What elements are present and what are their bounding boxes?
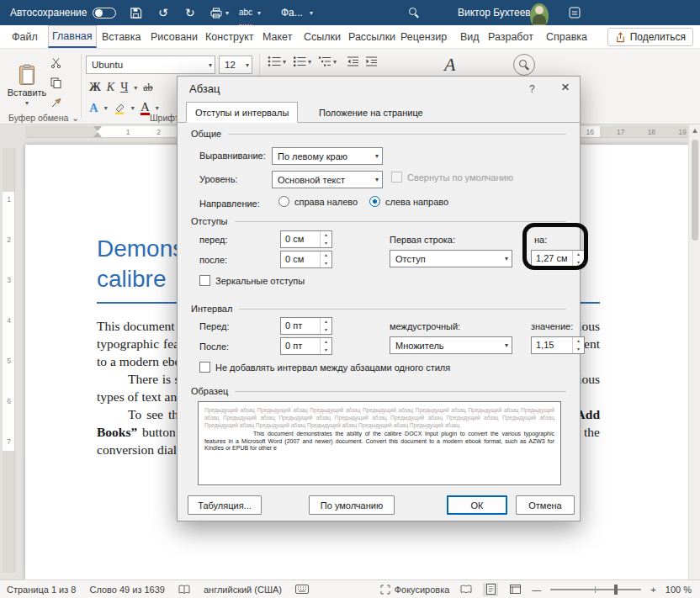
spin-up-icon[interactable]: ▴ (321, 231, 331, 240)
highlight-button[interactable] (114, 103, 125, 114)
zoom-level[interactable]: 100 % (666, 585, 692, 595)
slider-thumb[interactable] (614, 585, 618, 595)
set-default-button[interactable]: По умолчанию (309, 495, 395, 515)
indent-before-spinner[interactable]: 0 см ▴▾ (280, 230, 332, 248)
cancel-button[interactable]: Отмена (516, 495, 575, 515)
tab-references[interactable]: Ссылки (300, 25, 344, 48)
spacing-after-spinner[interactable]: 0 пт ▴▾ (280, 337, 332, 355)
bullets-button[interactable]: ▾ (268, 56, 286, 67)
font-color-button[interactable]: А (141, 102, 150, 115)
tabs-button[interactable]: Табуляция... (188, 495, 262, 515)
share-button[interactable]: Поделиться (607, 28, 693, 46)
find-icon[interactable] (513, 54, 535, 76)
spin-down-icon[interactable]: ▾ (321, 347, 331, 355)
alignment-select[interactable]: По левому краю ▾ (272, 147, 383, 165)
dialog-launcher-icon[interactable]: ⌄ (72, 113, 79, 123)
chevron-down-icon[interactable]: ▾ (156, 104, 159, 112)
font-size-select[interactable]: 12 ▾ (219, 56, 252, 74)
hanging-indent-marker[interactable] (93, 132, 102, 137)
format-painter-icon[interactable] (50, 98, 61, 108)
scroll-up-icon[interactable] (692, 129, 697, 133)
zoom-out-button[interactable]: — (532, 585, 541, 595)
chevron-down-icon[interactable]: ▾ (134, 84, 137, 92)
help-icon[interactable]: ? (529, 83, 535, 95)
vertical-ruler[interactable]: 1234567 (3, 148, 15, 573)
editor-icon[interactable]: А (444, 54, 455, 76)
text-effects-button[interactable]: А (89, 101, 98, 115)
close-icon[interactable]: × (556, 78, 575, 97)
chevron-down-icon[interactable]: ▾ (131, 104, 135, 112)
spin-up-icon[interactable]: ▴ (321, 338, 331, 347)
spin-up-icon[interactable]: ▴ (321, 251, 331, 260)
tab-design[interactable]: Конструкт (202, 25, 257, 48)
save-icon[interactable] (130, 0, 142, 25)
page-indicator[interactable]: Страница 1 из 8 (7, 585, 76, 595)
document-title[interactable]: Фа... (281, 0, 303, 25)
first-line-select[interactable]: Отступ ▾ (390, 250, 512, 267)
web-layout-button[interactable] (507, 583, 522, 596)
bold-button[interactable]: Ж (89, 81, 101, 94)
tab-layout[interactable]: Макет (259, 25, 295, 48)
mirror-indents-checkbox[interactable]: Зеркальные отступы (199, 275, 305, 286)
proofing-icon[interactable] (178, 585, 190, 595)
spin-down-icon[interactable]: ▾ (321, 240, 331, 248)
spellcheck-icon[interactable]: abc (239, 0, 252, 25)
copy-icon[interactable] (50, 77, 61, 88)
word-count[interactable]: Слово 49 из 1639 (89, 585, 165, 595)
tab-review[interactable]: Рецензир (397, 25, 450, 48)
line-spacing-select[interactable]: Множитель ▾ (390, 336, 512, 354)
multilevel-list-button[interactable]: ▾ (318, 56, 337, 67)
spin-up-icon[interactable]: ▴ (573, 251, 584, 259)
spin-down-icon[interactable]: ▾ (321, 260, 331, 268)
print-layout-button[interactable] (483, 583, 498, 596)
tab-file[interactable]: Файл (8, 25, 41, 48)
increase-indent-button[interactable] (365, 56, 378, 67)
zoom-in-button[interactable]: + (650, 585, 655, 595)
vertical-scrollbar[interactable] (688, 124, 700, 579)
tab-home[interactable]: Главная (48, 25, 97, 48)
ok-button[interactable]: ОК (447, 495, 507, 515)
underline-button[interactable]: Ч (120, 81, 128, 94)
chevron-down-icon[interactable]: ▾ (257, 0, 261, 25)
keyboard-icon[interactable] (295, 585, 309, 594)
print-icon[interactable] (210, 0, 222, 25)
read-mode-button[interactable] (459, 583, 474, 596)
cut-icon[interactable] (50, 57, 61, 68)
ribbon-options-icon[interactable] (569, 0, 581, 25)
font-name-select[interactable]: Ubuntu ▾ (86, 56, 215, 74)
line-spacing-at-spinner[interactable]: 1,15 ▴▾ (531, 336, 585, 354)
tab-developer[interactable]: Разработ (485, 25, 537, 48)
chevron-down-icon[interactable]: ▾ (225, 0, 229, 25)
search-icon[interactable] (409, 8, 419, 18)
indent-after-spinner[interactable]: 0 см ▴▾ (280, 251, 332, 268)
tab-indents-spacing[interactable]: Отступы и интервалы (186, 102, 298, 123)
ltr-radio[interactable]: слева направо (369, 196, 448, 207)
spin-up-icon[interactable]: ▴ (573, 337, 584, 346)
outline-level-select[interactable]: Основной текст ▾ (272, 171, 383, 188)
language-indicator[interactable]: английский (США) (204, 585, 282, 595)
first-line-indent-marker[interactable] (93, 126, 102, 131)
tab-insert[interactable]: Вставка (98, 25, 144, 48)
collapsed-by-default-checkbox[interactable]: Свернуты по умолчанию (391, 172, 513, 183)
tab-line-page-breaks[interactable]: Положение на странице (310, 102, 432, 123)
spin-down-icon[interactable]: ▾ (573, 346, 584, 354)
redo-icon[interactable]: ↻ (185, 0, 195, 25)
spin-down-icon[interactable]: ▾ (321, 326, 331, 335)
chevron-down-icon[interactable]: ▾ (310, 0, 313, 25)
strikethrough-button[interactable]: ab (143, 82, 152, 94)
spin-up-icon[interactable]: ▴ (321, 318, 331, 326)
rtl-radio[interactable]: справа налево (278, 196, 358, 207)
tab-mailings[interactable]: Рассылки (345, 25, 399, 48)
paste-button[interactable]: Вставить ▾ (7, 53, 47, 117)
autosave-toggle[interactable] (93, 0, 116, 25)
spacing-before-spinner[interactable]: 0 пт ▴▾ (280, 317, 332, 335)
chevron-down-icon[interactable]: ▾ (104, 104, 108, 112)
italic-button[interactable]: К (107, 81, 114, 94)
no-space-same-style-checkbox[interactable]: Не добавлять интервал между абзацами одн… (199, 362, 450, 373)
focus-mode-button[interactable]: Фокусировка (380, 585, 450, 595)
tab-help[interactable]: Справка (543, 25, 591, 48)
zoom-slider[interactable] (550, 584, 641, 595)
scrollbar-thumb[interactable] (692, 140, 698, 241)
tab-view[interactable]: Вид (457, 25, 483, 48)
user-name[interactable]: Виктор Бухтеев (458, 0, 531, 25)
